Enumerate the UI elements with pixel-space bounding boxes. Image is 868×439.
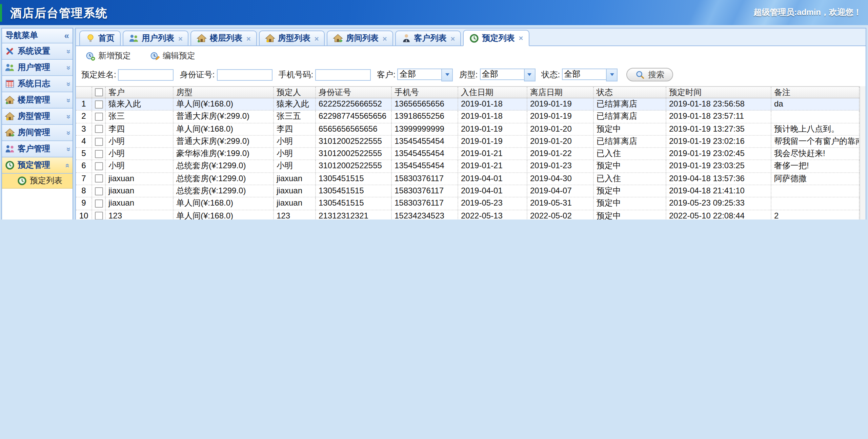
row-checkbox[interactable]: [95, 175, 103, 183]
table-row[interactable]: 6小明总统套房(¥:1299.0)小明310120025225551354545…: [76, 160, 860, 173]
column-header-checkin[interactable]: 入住日期: [458, 87, 527, 98]
column-header-remark[interactable]: 备注: [771, 87, 860, 98]
sidebar-item-reservation-mgmt[interactable]: 预定管理«: [2, 157, 73, 174]
sidebar-item-label: 楼层管理: [18, 94, 63, 106]
cell-roomtype: 单人间(¥:168.0): [174, 198, 274, 210]
column-header-status[interactable]: 状态: [594, 87, 666, 98]
row-checkbox[interactable]: [95, 150, 103, 158]
status-filter-value[interactable]: [562, 68, 606, 80]
table-row[interactable]: 2张三普通大床房(¥:299.0)张三五62298774556565613918…: [76, 111, 860, 123]
tab-home[interactable]: 首页: [79, 31, 121, 46]
customer-filter-value[interactable]: [398, 68, 442, 80]
sidebar-item-roomtype-mgmt[interactable]: 房型管理«: [2, 109, 73, 125]
add-reservation-button[interactable]: 新增预定: [81, 50, 135, 62]
row-checkbox[interactable]: [95, 162, 103, 170]
sidebar-item-settings[interactable]: 系统设置«: [2, 43, 73, 60]
search-button[interactable]: 搜索: [626, 68, 673, 81]
cell-customer: 李四: [106, 123, 174, 135]
row-number: 3: [76, 123, 92, 135]
tab-user-list[interactable]: 用户列表×: [123, 31, 189, 46]
tab-reservation-list[interactable]: 预定列表×: [463, 30, 529, 46]
tab-close-icon[interactable]: ×: [519, 34, 523, 42]
table-row[interactable]: 1猿来入此单人间(¥:168.0)猿来入此6222522566655213656…: [76, 98, 860, 111]
magnifier-icon: [635, 70, 645, 80]
tab-label: 客户列表: [414, 33, 447, 44]
row-checkbox[interactable]: [95, 187, 103, 195]
sidebar-item-room-mgmt[interactable]: 房间管理«: [2, 125, 73, 141]
tab-close-icon[interactable]: ×: [383, 34, 387, 42]
chevron-up-icon: «: [64, 163, 72, 167]
cell-status: 预定中: [594, 123, 666, 135]
row-checkbox[interactable]: [95, 137, 103, 146]
cell-status: 已结算离店: [594, 136, 666, 148]
column-header-roomtype[interactable]: 房型: [174, 87, 274, 98]
customer-filter-dropdown-arrow-icon[interactable]: [442, 68, 453, 81]
cell-remark: [771, 111, 860, 123]
cell-checkout: 2022-05-02: [527, 210, 594, 220]
clock-green-icon: [17, 176, 27, 186]
column-header-idcard[interactable]: 身份证号: [316, 87, 392, 98]
sidebar-item-customer-mgmt[interactable]: 客户管理«: [2, 141, 73, 157]
sidebar-item-system-log[interactable]: 系统日志«: [2, 76, 73, 92]
column-header-customer[interactable]: 客户: [106, 87, 174, 98]
cell-reserve_time: 2019-01-18 23:57:11: [666, 111, 771, 123]
row-checkbox[interactable]: [95, 100, 103, 108]
row-checkbox[interactable]: [95, 212, 103, 220]
logo-accent: [0, 4, 2, 22]
tab-customer-list[interactable]: 客户列表×: [395, 31, 461, 46]
reservation-name-input[interactable]: [118, 69, 174, 80]
column-header-checkout[interactable]: 离店日期: [527, 87, 594, 98]
edit-reservation-button[interactable]: 编辑预定: [146, 50, 199, 62]
cell-roomtype: 豪华标准房(¥:199.0): [174, 148, 274, 160]
id-card-input[interactable]: [217, 69, 272, 80]
row-checkbox[interactable]: [95, 113, 103, 121]
row-number: 6: [76, 160, 92, 172]
row-checkbox[interactable]: [95, 199, 103, 208]
sidebar-title-bar: 导航菜单 «: [2, 28, 73, 43]
roomtype-filter-dropdown-arrow-icon[interactable]: [524, 68, 535, 81]
table-row[interactable]: 5小明豪华标准房(¥:199.0)小明310120025225551354545…: [76, 148, 860, 160]
tab-close-icon[interactable]: ×: [246, 34, 251, 42]
tab-roomtype-list[interactable]: 房型列表×: [259, 31, 325, 46]
collapse-sidebar-icon[interactable]: «: [64, 31, 69, 41]
cell-roomtype: 总统套房(¥:1299.0): [174, 185, 274, 197]
table-row[interactable]: 10123单人间(¥:168.0)12321312312321152342345…: [76, 210, 860, 220]
tab-floor-list[interactable]: 楼层列表×: [191, 31, 257, 46]
column-header-reserve_time[interactable]: 预定时间: [666, 87, 771, 98]
sidebar-item-label: 系统日志: [18, 78, 63, 90]
table-row[interactable]: 3李四单人间(¥:168.0)李四65656565656561399999999…: [76, 123, 860, 136]
tab-label: 预定列表: [482, 32, 514, 44]
cell-roomtype: 普通大床房(¥:299.0): [174, 136, 274, 148]
cell-customer: 小明: [106, 148, 174, 160]
cell-remark: 我会尽快赶来!: [771, 148, 860, 160]
roomtype-filter-value[interactable]: [480, 68, 524, 80]
row-number: 8: [76, 185, 92, 197]
cell-customer: 小明: [106, 160, 174, 172]
sidebar-item-user-mgmt[interactable]: 用户管理«: [2, 60, 73, 76]
column-header-phone[interactable]: 手机号: [392, 87, 458, 98]
table-row[interactable]: 8jiaxuan总统套房(¥:1299.0)jiaxuan13054515151…: [76, 185, 860, 198]
column-header-reserver[interactable]: 预定人: [274, 87, 316, 98]
phone-input[interactable]: [315, 69, 371, 80]
row-checkbox[interactable]: [95, 125, 103, 133]
tab-close-icon[interactable]: ×: [178, 34, 183, 42]
table-row[interactable]: 9jiaxuan单人间(¥:168.0)jiaxuan1305451515158…: [76, 198, 860, 210]
sidebar-subitem-reservation-list[interactable]: 预定列表: [2, 174, 73, 189]
cell-checkout: 2019-04-07: [527, 185, 594, 197]
select-all-checkbox[interactable]: [95, 88, 103, 96]
table-row[interactable]: 7jiaxuan总统套房(¥:1299.0)jiaxuan13054515151…: [76, 173, 860, 186]
tab-close-icon[interactable]: ×: [451, 34, 455, 42]
row-checkbox-cell: [92, 160, 106, 172]
alarm-edit-icon: [150, 51, 160, 61]
cell-reserver: jiaxuan: [274, 173, 316, 185]
table-row[interactable]: 4小明普通大床房(¥:299.0)小明310120025225551354545…: [76, 136, 860, 148]
tab-close-icon[interactable]: ×: [315, 34, 319, 42]
reservation-name-label: 预定姓名:: [81, 69, 116, 80]
status-filter-dropdown-arrow-icon[interactable]: [606, 68, 618, 81]
users-group-icon: [129, 33, 139, 43]
sidebar-item-floor-mgmt[interactable]: 楼层管理«: [2, 92, 73, 109]
cell-phone: 13656565656: [392, 98, 458, 110]
search-button-label: 搜索: [648, 69, 664, 80]
table-scrollbar[interactable]: [860, 86, 866, 220]
tab-room-list[interactable]: 房间列表×: [327, 31, 393, 46]
